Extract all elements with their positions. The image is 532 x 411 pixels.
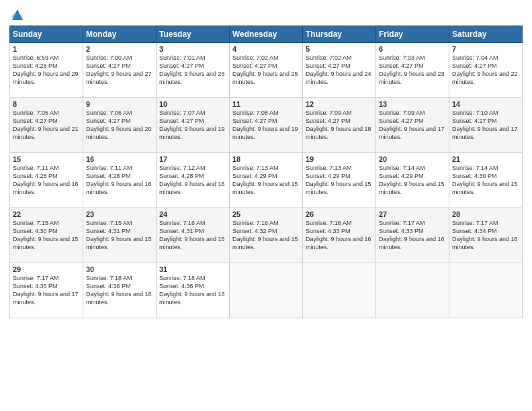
- page: SundayMondayTuesdayWednesdayThursdayFrid…: [0, 0, 532, 411]
- day-number: 21: [452, 155, 519, 163]
- day-number: 3: [159, 45, 226, 53]
- cell-info: Sunrise: 7:09 AMSunset: 4:27 PMDaylight:…: [379, 109, 445, 140]
- day-number: 27: [379, 210, 446, 218]
- cell-info: Sunrise: 7:15 AMSunset: 4:31 PMDaylight:…: [86, 220, 152, 250]
- calendar-cell: 10 Sunrise: 7:07 AMSunset: 4:27 PMDaylig…: [157, 98, 230, 153]
- cell-info: Sunrise: 7:02 AMSunset: 4:27 PMDaylight:…: [232, 54, 298, 85]
- cell-info: Sunrise: 7:17 AMSunset: 4:35 PMDaylight:…: [13, 275, 79, 306]
- day-number: 20: [379, 155, 446, 163]
- calendar-cell: 13 Sunrise: 7:09 AMSunset: 4:27 PMDaylig…: [376, 98, 449, 153]
- day-number: 8: [13, 100, 80, 108]
- cell-info: Sunrise: 6:59 AMSunset: 4:28 PMDaylight:…: [13, 54, 79, 85]
- calendar-cell: 31 Sunrise: 7:18 AMSunset: 4:36 PMDaylig…: [157, 263, 230, 318]
- calendar-cell: 3 Sunrise: 7:01 AMSunset: 4:27 PMDayligh…: [157, 43, 230, 98]
- calendar-header-wednesday: Wednesday: [230, 26, 303, 43]
- calendar-cell: 7 Sunrise: 7:04 AMSunset: 4:27 PMDayligh…: [449, 43, 523, 98]
- day-number: 31: [159, 265, 226, 273]
- calendar-cell: 19 Sunrise: 7:13 AMSunset: 4:29 PMDaylig…: [303, 153, 376, 208]
- calendar-header-sunday: Sunday: [10, 26, 83, 43]
- calendar-cell: 15 Sunrise: 7:11 AMSunset: 4:28 PMDaylig…: [10, 153, 83, 208]
- day-number: 7: [452, 45, 519, 53]
- calendar-cell: 6 Sunrise: 7:03 AMSunset: 4:27 PMDayligh…: [376, 43, 449, 98]
- calendar-cell: [449, 263, 523, 318]
- calendar-header-friday: Friday: [376, 26, 449, 43]
- calendar-header-tuesday: Tuesday: [157, 26, 230, 43]
- calendar-cell: 30 Sunrise: 7:18 AMSunset: 4:36 PMDaylig…: [83, 263, 157, 318]
- day-number: 24: [159, 210, 226, 218]
- calendar-cell: 21 Sunrise: 7:14 AMSunset: 4:30 PMDaylig…: [449, 153, 523, 208]
- day-number: 1: [13, 45, 80, 53]
- day-number: 18: [232, 155, 300, 163]
- cell-info: Sunrise: 7:06 AMSunset: 4:27 PMDaylight:…: [86, 109, 152, 140]
- logo: [9, 9, 23, 21]
- calendar-cell: 28 Sunrise: 7:17 AMSunset: 4:34 PMDaylig…: [449, 208, 523, 263]
- cell-info: Sunrise: 7:07 AMSunset: 4:27 PMDaylight:…: [159, 109, 225, 140]
- calendar-week-1: 1 Sunrise: 6:59 AMSunset: 4:28 PMDayligh…: [10, 43, 523, 98]
- calendar-cell: 18 Sunrise: 7:13 AMSunset: 4:29 PMDaylig…: [230, 153, 303, 208]
- day-number: 2: [86, 45, 153, 53]
- calendar-cell: 29 Sunrise: 7:17 AMSunset: 4:35 PMDaylig…: [10, 263, 83, 318]
- cell-info: Sunrise: 7:08 AMSunset: 4:27 PMDaylight:…: [232, 109, 298, 140]
- cell-info: Sunrise: 7:11 AMSunset: 4:28 PMDaylight:…: [86, 165, 152, 195]
- calendar-cell: 24 Sunrise: 7:16 AMSunset: 4:31 PMDaylig…: [157, 208, 230, 263]
- calendar-cell: 20 Sunrise: 7:14 AMSunset: 4:29 PMDaylig…: [376, 153, 449, 208]
- day-number: 17: [159, 155, 226, 163]
- calendar-cell: 4 Sunrise: 7:02 AMSunset: 4:27 PMDayligh…: [230, 43, 303, 98]
- calendar-cell: 9 Sunrise: 7:06 AMSunset: 4:27 PMDayligh…: [83, 98, 157, 153]
- calendar-cell: [303, 263, 376, 318]
- day-number: 28: [452, 210, 519, 218]
- calendar-cell: 23 Sunrise: 7:15 AMSunset: 4:31 PMDaylig…: [83, 208, 157, 263]
- calendar-cell: [230, 263, 303, 318]
- day-number: 22: [13, 210, 80, 218]
- day-number: 13: [379, 100, 446, 108]
- calendar-cell: 8 Sunrise: 7:05 AMSunset: 4:27 PMDayligh…: [10, 98, 83, 153]
- cell-info: Sunrise: 7:03 AMSunset: 4:27 PMDaylight:…: [379, 54, 445, 85]
- day-number: 11: [232, 100, 300, 108]
- cell-info: Sunrise: 7:14 AMSunset: 4:29 PMDaylight:…: [379, 165, 445, 195]
- cell-info: Sunrise: 7:10 AMSunset: 4:27 PMDaylight:…: [452, 109, 518, 140]
- calendar-cell: 11 Sunrise: 7:08 AMSunset: 4:27 PMDaylig…: [230, 98, 303, 153]
- calendar-header-monday: Monday: [83, 26, 157, 43]
- cell-info: Sunrise: 7:13 AMSunset: 4:29 PMDaylight:…: [306, 165, 371, 195]
- calendar-cell: 14 Sunrise: 7:10 AMSunset: 4:27 PMDaylig…: [449, 98, 523, 153]
- cell-info: Sunrise: 7:17 AMSunset: 4:34 PMDaylight:…: [452, 220, 518, 250]
- day-number: 4: [232, 45, 300, 53]
- day-number: 30: [86, 265, 153, 273]
- cell-info: Sunrise: 7:13 AMSunset: 4:29 PMDaylight:…: [232, 165, 298, 195]
- calendar-cell: 22 Sunrise: 7:15 AMSunset: 4:30 PMDaylig…: [10, 208, 83, 263]
- cell-info: Sunrise: 7:14 AMSunset: 4:30 PMDaylight:…: [452, 165, 518, 195]
- logo-icon: [11, 8, 23, 21]
- calendar-week-2: 8 Sunrise: 7:05 AMSunset: 4:27 PMDayligh…: [10, 98, 523, 153]
- day-number: 9: [86, 100, 153, 108]
- day-number: 6: [379, 45, 446, 53]
- calendar-week-3: 15 Sunrise: 7:11 AMSunset: 4:28 PMDaylig…: [10, 153, 523, 208]
- cell-info: Sunrise: 7:16 AMSunset: 4:32 PMDaylight:…: [232, 220, 298, 250]
- day-number: 14: [452, 100, 519, 108]
- day-number: 19: [306, 155, 373, 163]
- cell-info: Sunrise: 7:17 AMSunset: 4:33 PMDaylight:…: [379, 220, 445, 250]
- day-number: 5: [306, 45, 373, 53]
- calendar-cell: 1 Sunrise: 6:59 AMSunset: 4:28 PMDayligh…: [10, 43, 83, 98]
- cell-info: Sunrise: 7:18 AMSunset: 4:36 PMDaylight:…: [159, 275, 225, 306]
- calendar-week-5: 29 Sunrise: 7:17 AMSunset: 4:35 PMDaylig…: [10, 263, 523, 318]
- day-number: 23: [86, 210, 153, 218]
- header-row: [9, 7, 523, 21]
- cell-info: Sunrise: 7:05 AMSunset: 4:27 PMDaylight:…: [13, 109, 79, 140]
- cell-info: Sunrise: 7:15 AMSunset: 4:30 PMDaylight:…: [13, 220, 79, 250]
- cell-info: Sunrise: 7:02 AMSunset: 4:27 PMDaylight:…: [306, 54, 371, 85]
- cell-info: Sunrise: 7:12 AMSunset: 4:28 PMDaylight:…: [159, 165, 225, 195]
- calendar-cell: 25 Sunrise: 7:16 AMSunset: 4:32 PMDaylig…: [230, 208, 303, 263]
- calendar: SundayMondayTuesdayWednesdayThursdayFrid…: [9, 26, 523, 318]
- day-number: 16: [86, 155, 153, 163]
- cell-info: Sunrise: 7:18 AMSunset: 4:36 PMDaylight:…: [86, 275, 152, 306]
- cell-info: Sunrise: 7:00 AMSunset: 4:27 PMDaylight:…: [86, 54, 152, 85]
- calendar-header-saturday: Saturday: [449, 26, 523, 43]
- cell-info: Sunrise: 7:01 AMSunset: 4:27 PMDaylight:…: [159, 54, 225, 85]
- calendar-header-row: SundayMondayTuesdayWednesdayThursdayFrid…: [10, 26, 523, 43]
- day-number: 15: [13, 155, 80, 163]
- day-number: 26: [306, 210, 373, 218]
- calendar-week-4: 22 Sunrise: 7:15 AMSunset: 4:30 PMDaylig…: [10, 208, 523, 263]
- day-number: 25: [232, 210, 300, 218]
- cell-info: Sunrise: 7:11 AMSunset: 4:28 PMDaylight:…: [13, 165, 79, 195]
- calendar-cell: 26 Sunrise: 7:16 AMSunset: 4:33 PMDaylig…: [303, 208, 376, 263]
